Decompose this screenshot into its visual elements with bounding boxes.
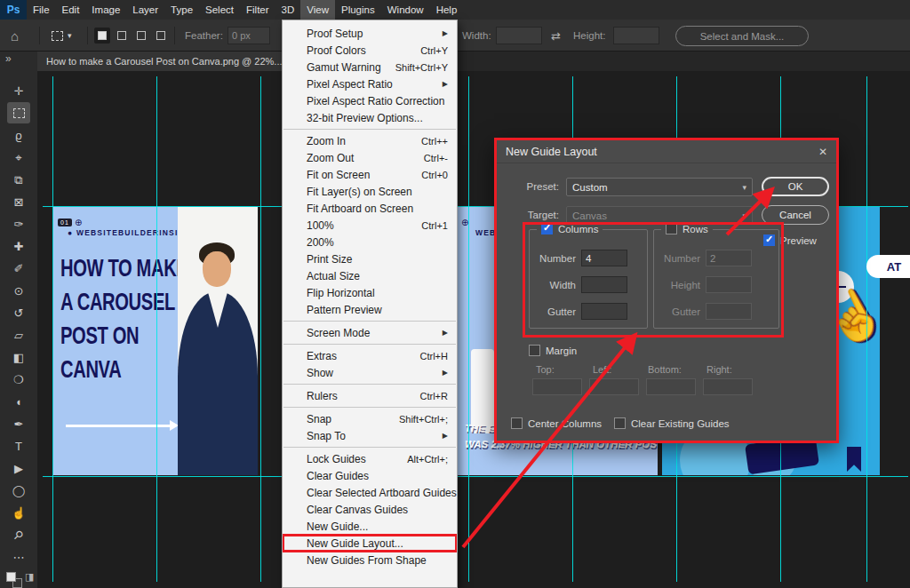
guide-horizontal[interactable] (43, 476, 908, 477)
margin-checkbox[interactable] (529, 345, 540, 356)
menu-item-rulers[interactable]: RulersCtrl+R (283, 387, 457, 404)
blur-tool[interactable]: ❍ (7, 369, 30, 390)
menu-item-pixel-aspect-ratio-correction[interactable]: Pixel Aspect Ratio Correction (283, 92, 457, 109)
menu-item-zoom-out[interactable]: Zoom OutCtrl+- (283, 149, 457, 166)
menu-item-proof-setup[interactable]: Proof Setup▶ (283, 25, 457, 42)
menu-item-zoom-in[interactable]: Zoom InCtrl++ (283, 132, 457, 149)
columns-number-input[interactable] (581, 250, 627, 266)
menu-item-32-bit-preview-options[interactable]: 32-bit Preview Options... (283, 109, 457, 126)
clear-existing-guides-checkbox-row[interactable]: Clear Existing Guides (614, 417, 730, 429)
quick-mask-icon[interactable]: ◨ (25, 571, 34, 583)
guide-vertical[interactable] (260, 76, 261, 582)
columns-gutter-input[interactable] (581, 303, 627, 320)
menu-item-flip-horizontal[interactable]: Flip Horizontal (283, 284, 457, 301)
menubar-item-edit[interactable]: Edit (56, 0, 86, 20)
menu-item-fit-on-screen[interactable]: Fit on ScreenCtrl+0 (283, 166, 457, 183)
menu-item-show[interactable]: Show▶ (283, 364, 457, 381)
eraser-tool[interactable]: ▱ (7, 324, 30, 346)
tool-preset-picker[interactable]: ▾ (52, 20, 72, 52)
new-selection-icon[interactable] (94, 28, 110, 44)
guide-vertical[interactable] (52, 76, 53, 582)
shape-tool[interactable]: ◯ (7, 480, 30, 501)
select-and-mask-button[interactable]: Select and Mask... (675, 26, 809, 46)
move-tool[interactable]: ✛ (7, 80, 30, 101)
menubar-item-3d[interactable]: 3D (275, 0, 301, 20)
guide-vertical[interactable] (866, 76, 867, 582)
menubar-item-type[interactable]: Type (164, 0, 199, 20)
home-icon[interactable]: ⌂ (11, 20, 19, 52)
menu-item-100[interactable]: 100%Ctrl+1 (283, 217, 457, 234)
menu-item-actual-size[interactable]: Actual Size (283, 267, 457, 284)
path-selection-tool[interactable]: ▶ (7, 457, 30, 479)
menubar-item-layer[interactable]: Layer (126, 0, 164, 20)
center-columns-checkbox[interactable] (511, 417, 523, 429)
spot-healing-brush-tool[interactable]: ✚ (7, 235, 30, 257)
menubar-item-select[interactable]: Select (199, 0, 240, 20)
menubar-item-filter[interactable]: Filter (240, 0, 275, 20)
guide-vertical[interactable] (468, 76, 469, 582)
width-input[interactable] (496, 27, 542, 44)
swap-dimensions-icon[interactable]: ⇄ (551, 20, 561, 52)
height-input[interactable] (613, 27, 659, 44)
menubar-item-plugins[interactable]: Plugins (335, 0, 381, 20)
menubar-item-view[interactable]: View (300, 0, 335, 20)
brush-tool[interactable]: ✐ (7, 258, 30, 279)
menu-item-new-guide[interactable]: New Guide... (283, 518, 457, 535)
rectangular-marquee-tool[interactable] (7, 102, 30, 123)
collapse-panel-icon[interactable]: » (5, 52, 12, 65)
type-tool[interactable]: T (7, 435, 30, 457)
menu-item-new-guides-from-shape[interactable]: New Guides From Shape (283, 552, 457, 568)
menu-item-clear-selected-artboard-guides[interactable]: Clear Selected Artboard Guides (283, 484, 457, 501)
document-tab[interactable]: How to make a Carousel Post on Canva.png… (37, 52, 290, 71)
frame-tool[interactable]: ⊠ (7, 191, 30, 212)
crop-tool[interactable]: ⧉ (7, 169, 30, 190)
rows-legend[interactable]: Rows (661, 223, 713, 234)
menubar-item-window[interactable]: Window (381, 0, 430, 20)
hand-tool[interactable]: ☝ (7, 502, 30, 523)
menu-item-200[interactable]: 200% (283, 234, 457, 250)
menu-item-extras[interactable]: ExtrasCtrl+H (283, 347, 457, 364)
menubar-item-help[interactable]: Help (430, 0, 464, 20)
eyedropper-tool[interactable]: ✑ (7, 213, 30, 234)
history-brush-tool[interactable]: ↺ (7, 302, 30, 323)
foreground-color-swatch[interactable] (6, 572, 16, 582)
menu-item-clear-guides[interactable]: Clear Guides (283, 467, 457, 484)
menu-item-gamut-warning[interactable]: Gamut WarningShift+Ctrl+Y (283, 59, 457, 75)
columns-legend[interactable]: Columns (537, 223, 603, 234)
dodge-tool[interactable]: ◖ (7, 391, 30, 412)
menu-item-pixel-aspect-ratio[interactable]: Pixel Aspect Ratio▶ (283, 75, 457, 92)
menu-item-fit-artboard-on-screen[interactable]: Fit Artboard on Screen (283, 200, 457, 217)
edit-toolbar-button[interactable]: ⋯ (7, 546, 30, 568)
menu-item-proof-colors[interactable]: Proof ColorsCtrl+Y (283, 42, 457, 59)
ok-button[interactable]: OK (762, 177, 829, 196)
clear-existing-guides-checkbox[interactable] (614, 417, 626, 429)
pen-tool[interactable]: ✒ (7, 413, 30, 434)
rows-checkbox[interactable] (666, 223, 677, 234)
zoom-tool[interactable]: ⚲ (7, 524, 30, 545)
lasso-tool[interactable]: ϱ (7, 124, 30, 146)
cancel-button[interactable]: Cancel (762, 205, 829, 225)
preset-select[interactable]: Custom ▾ (566, 178, 753, 196)
gradient-tool[interactable]: ◧ (7, 346, 30, 368)
subtract-from-selection-icon[interactable] (133, 28, 149, 44)
columns-checkbox[interactable] (541, 223, 553, 234)
intersect-selection-icon[interactable] (153, 28, 169, 44)
close-icon[interactable]: ✕ (818, 140, 827, 163)
menu-item-clear-canvas-guides[interactable]: Clear Canvas Guides (283, 501, 457, 518)
columns-width-input[interactable] (581, 276, 627, 293)
menubar-item-file[interactable]: File (27, 0, 56, 20)
menu-item-screen-mode[interactable]: Screen Mode▶ (283, 324, 457, 341)
add-to-selection-icon[interactable] (114, 28, 130, 44)
guide-vertical[interactable] (156, 76, 157, 582)
clone-stamp-tool[interactable]: ⊙ (7, 280, 30, 301)
menubar-item-image[interactable]: Image (85, 0, 126, 20)
menu-item-fit-layer-s-on-screen[interactable]: Fit Layer(s) on Screen (283, 183, 457, 200)
feather-input[interactable] (228, 27, 270, 44)
menu-item-snap[interactable]: SnapShift+Ctrl+; (283, 410, 457, 427)
margin-checkbox-row[interactable]: Margin (529, 345, 577, 356)
object-selection-tool[interactable]: ⌖ (7, 147, 30, 168)
menu-item-lock-guides[interactable]: Lock GuidesAlt+Ctrl+; (283, 450, 457, 467)
menu-item-snap-to[interactable]: Snap To▶ (283, 427, 457, 444)
menu-item-new-guide-layout[interactable]: New Guide Layout... (283, 535, 457, 552)
menu-item-print-size[interactable]: Print Size (283, 250, 457, 267)
